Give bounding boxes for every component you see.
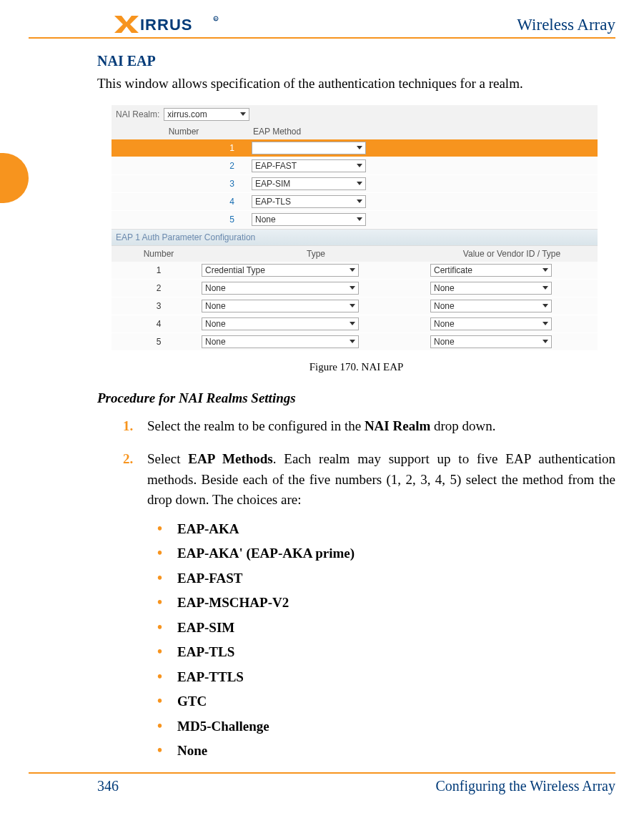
dropdown-value: EAP-SIM — [255, 179, 290, 189]
dropdown-value: None — [434, 301, 455, 311]
dropdown[interactable]: None — [252, 213, 366, 226]
step-bold-term: EAP Methods — [188, 451, 273, 466]
step-number: 2. — [123, 449, 133, 470]
chevron-down-icon — [350, 340, 355, 343]
dropdown-value: EAP-TLS — [255, 197, 291, 207]
eap-row[interactable]: 2EAP-FAST — [112, 157, 598, 175]
dropdown[interactable]: EAP-TLS — [252, 195, 366, 208]
auth-type-cell: None — [202, 300, 430, 312]
auth-table-header: Number Type Value or Vendor ID / Type — [112, 246, 598, 262]
dropdown-value: None — [205, 337, 226, 347]
chevron-down-icon — [357, 217, 362, 221]
dropdown-value: None — [205, 283, 226, 293]
chevron-down-icon — [543, 286, 548, 290]
step-bullets: EAP-AKAEAP-AKA' (EAP-AKA prime)EAP-FASTE… — [147, 519, 615, 762]
svg-marker-0 — [114, 16, 139, 33]
page-footer: 346 Configuring the Wireless Array — [29, 772, 615, 794]
dropdown[interactable]: None — [430, 282, 552, 295]
dropdown[interactable]: Certificate — [430, 264, 552, 277]
eap-row-number: 2 — [116, 161, 252, 171]
eap-row-number: 5 — [116, 215, 252, 225]
eap-method-cell: EAP-AKA — [252, 142, 593, 154]
dropdown[interactable]: EAP-SIM — [252, 177, 366, 190]
auth-row: 3NoneNone — [112, 297, 598, 315]
dropdown-value: Certificate — [434, 265, 472, 275]
config-screenshot: NAI Realm: xirrus.com Number EAP Method … — [112, 105, 598, 351]
page-header: IRRUS R Wireless Array — [29, 14, 615, 39]
nai-realm-value: xirrus.com — [167, 109, 207, 119]
chevron-down-icon — [240, 112, 246, 116]
section-intro: This window allows specification of the … — [97, 74, 615, 94]
step-number: 1. — [123, 416, 133, 437]
auth-row-number: 2 — [116, 283, 202, 293]
chevron-down-icon — [357, 164, 362, 167]
dropdown[interactable]: None — [430, 300, 552, 312]
bullet-item: EAP-TLS — [157, 642, 615, 663]
chevron-down-icon — [350, 268, 355, 272]
bullet-item: EAP-MSCHAP-V2 — [157, 593, 615, 614]
dropdown[interactable]: EAP-AKA — [252, 142, 366, 154]
eap-row-number: 4 — [116, 197, 252, 207]
auth-type-cell: None — [202, 335, 430, 348]
bullet-item: None — [157, 741, 615, 762]
doc-title: Wireless Array — [517, 16, 615, 34]
svg-text:IRRUS: IRRUS — [140, 16, 192, 34]
auth-value-cell: None — [430, 335, 593, 348]
procedure-step: 2.Select EAP Methods. Each realm may sup… — [123, 449, 615, 762]
auth-type-cell: None — [202, 282, 430, 295]
chevron-down-icon — [543, 340, 548, 343]
dropdown-value: None — [434, 337, 455, 347]
eap-row[interactable]: 1EAP-AKA — [112, 139, 598, 157]
brand-logo: IRRUS R — [114, 14, 222, 34]
auth-col-type: Type — [202, 249, 430, 259]
eap-table-header: Number EAP Method — [112, 124, 598, 139]
auth-row: 4NoneNone — [112, 315, 598, 333]
bullet-item: EAP-AKA' (EAP-AKA prime) — [157, 543, 615, 564]
chevron-down-icon — [543, 304, 548, 307]
auth-col-number: Number — [116, 249, 202, 259]
eap-method-cell: EAP-TLS — [252, 195, 593, 208]
auth-value-cell: Certificate — [430, 264, 593, 277]
nai-realm-row: NAI Realm: xirrus.com — [112, 105, 598, 124]
nai-realm-select[interactable]: xirrus.com — [164, 108, 249, 121]
bullet-item: EAP-FAST — [157, 568, 615, 589]
dropdown[interactable]: None — [202, 282, 359, 295]
thumb-tab — [0, 153, 29, 203]
eap-row[interactable]: 4EAP-TLS — [112, 193, 598, 211]
dropdown[interactable]: None — [202, 335, 359, 348]
dropdown-value: EAP-AKA — [255, 143, 292, 153]
auth-row-number: 3 — [116, 301, 202, 311]
chevron-down-icon — [350, 322, 355, 325]
dropdown[interactable]: None — [430, 317, 552, 330]
section-heading: NAI EAP — [97, 53, 615, 69]
chevron-down-icon — [350, 286, 355, 290]
eap-row[interactable]: 5None — [112, 211, 598, 229]
auth-row: 1Credential TypeCertificate — [112, 262, 598, 280]
eap-col-method: EAP Method — [252, 127, 593, 137]
eap-row-number: 3 — [116, 179, 252, 189]
auth-value-cell: None — [430, 300, 593, 312]
page-number: 346 — [97, 778, 119, 794]
bullet-item: MD5-Challenge — [157, 716, 615, 737]
auth-row-number: 4 — [116, 319, 202, 329]
dropdown[interactable]: None — [430, 335, 552, 348]
auth-row-number: 1 — [116, 265, 202, 275]
figure-caption: Figure 170. NAI EAP — [97, 361, 615, 373]
bullet-item: EAP-SIM — [157, 618, 615, 639]
auth-section-bar: EAP 1 Auth Parameter Configuration — [112, 229, 598, 246]
eap-method-cell: EAP-FAST — [252, 159, 593, 172]
chevron-down-icon — [543, 322, 548, 325]
chevron-down-icon — [543, 268, 548, 272]
dropdown[interactable]: Credential Type — [202, 264, 359, 277]
dropdown[interactable]: None — [202, 300, 359, 312]
bullet-item: EAP-TTLS — [157, 667, 615, 688]
eap-row[interactable]: 3EAP-SIM — [112, 175, 598, 193]
dropdown[interactable]: None — [202, 317, 359, 330]
dropdown-value: EAP-FAST — [255, 161, 297, 171]
dropdown[interactable]: EAP-FAST — [252, 159, 366, 172]
eap-method-cell: EAP-SIM — [252, 177, 593, 190]
procedure-heading: Procedure for NAI Realms Settings — [97, 390, 615, 406]
svg-text:R: R — [214, 17, 217, 21]
dropdown-value: None — [205, 319, 226, 329]
bullet-item: EAP-AKA — [157, 519, 615, 540]
